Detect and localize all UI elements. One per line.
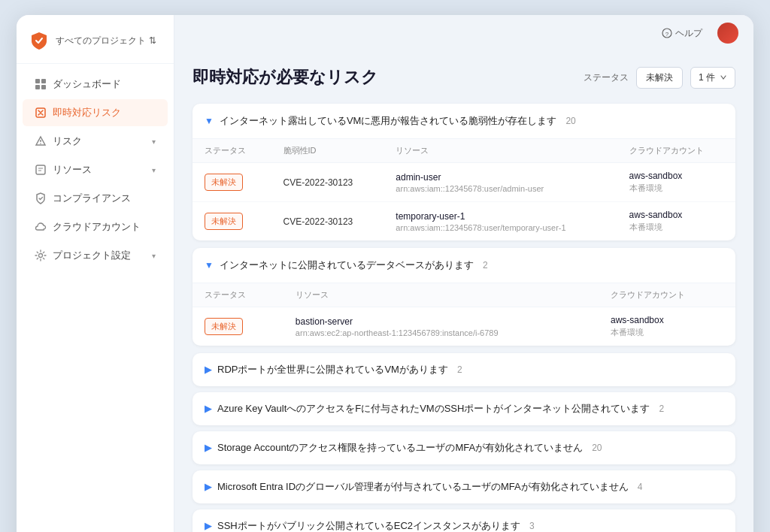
col-resource: リソース	[383, 139, 617, 163]
section-title: RDPポートが全世界に公開されているVMがあります	[217, 363, 448, 376]
sidebar-item-resource[interactable]: リソース ▾	[23, 156, 168, 183]
section-count: 4	[638, 482, 643, 492]
cloud-account-name: aws-sandbox	[611, 315, 723, 325]
section-title: Microsoft Entra IDのグローバル管理者が付与されているユーザのM…	[217, 480, 629, 494]
section-count: 2	[457, 364, 462, 375]
sidebar-item-label: クラウドアカウント	[53, 220, 141, 234]
row-resource: bastion-server arn:aws:ec2:ap-northeast-…	[283, 307, 599, 346]
risk-section-azure-keyvault-ssh[interactable]: ▶ Azure Key VaultへのアクセスをFに付与されたVMのSSHポート…	[192, 392, 735, 425]
sidebar-item-compliance[interactable]: コンプライアンス	[23, 185, 168, 212]
app-window: すべてのプロジェクト ⇅ ダッシュボード 即時対応リスク	[17, 15, 753, 532]
section-title: インターネット露出しているVMに悪用が報告されている脆弱性が存在します	[220, 114, 557, 128]
risk-section-header[interactable]: ▼ インターネットに公開されているデータベースがあります 2	[192, 248, 735, 283]
row-resource: temporary-user-1 arn:aws:iam::12345678:u…	[383, 202, 617, 241]
risk-section-vm-vulnerability: ▼ インターネット露出しているVMに悪用が報告されている脆弱性が存在します 20…	[192, 104, 735, 240]
table-row[interactable]: 未解決 bastion-server arn:aws:ec2:ap-northe…	[192, 307, 735, 346]
risk-icon	[35, 135, 47, 147]
svg-rect-2	[35, 85, 40, 89]
sidebar-item-project-settings[interactable]: プロジェクト設定 ▾	[23, 242, 168, 269]
cloud-account-env: 本番環境	[629, 183, 723, 194]
sidebar-item-label: コンプライアンス	[53, 192, 131, 205]
svg-point-6	[40, 143, 41, 144]
risk-section-rdp[interactable]: ▶ RDPポートが全世界に公開されているVMがあります 2	[192, 353, 735, 386]
sidebar-item-dashboard[interactable]: ダッシュボード	[23, 71, 168, 98]
main-content: ? ヘルプ 即時対応が必要なリスク ステータス 未解決 1 件	[174, 15, 753, 532]
section-toggle-icon: ▶	[205, 443, 211, 453]
section-toggle-icon: ▶	[205, 404, 211, 414]
sidebar-logo: すべてのプロジェクト ⇅	[17, 27, 174, 64]
row-vuln-id: CVE-2022-30123	[271, 202, 384, 241]
cloud-account-name: aws-sandbox	[629, 171, 723, 181]
row-resource: admin-user arn:aws:iam::12345678:user/ad…	[383, 163, 617, 202]
count-badge[interactable]: 1 件	[690, 67, 735, 89]
project-selector[interactable]: すべてのプロジェクト ⇅	[56, 35, 156, 47]
db-public-table: ステータス リソース クラウドアカウント 未解決 bastion-server	[192, 283, 735, 346]
resource-name: bastion-server	[296, 316, 587, 327]
sidebar-item-label: リソース	[53, 163, 92, 177]
risk-section-entra-mfa[interactable]: ▶ Microsoft Entra IDのグローバル管理者が付与されているユーザ…	[192, 470, 735, 503]
chevron-down-icon: ▾	[152, 138, 156, 146]
section-count: 2	[483, 260, 488, 271]
svg-text:?: ?	[665, 31, 669, 38]
table-row[interactable]: 未解決 CVE-2022-30123 admin-user arn:aws:ia…	[192, 163, 735, 202]
status-label: ステータス	[584, 71, 629, 84]
table-row[interactable]: 未解決 CVE-2022-30123 temporary-user-1 arn:…	[192, 202, 735, 241]
col-resource: リソース	[283, 283, 599, 307]
row-status: 未解決	[192, 163, 271, 202]
section-title: SSHポートがパブリック公開されているEC2インスタンスがあります	[217, 519, 520, 532]
row-cloud-account: aws-sandbox 本番環境	[599, 307, 735, 346]
cloud-account-name: aws-sandbox	[629, 210, 723, 220]
sidebar-item-label: ダッシュボード	[53, 77, 121, 91]
grid-icon	[35, 78, 47, 90]
resource-name: temporary-user-1	[396, 211, 605, 222]
user-avatar[interactable]	[717, 23, 738, 44]
svg-point-10	[39, 254, 43, 258]
col-status: ステータス	[192, 139, 271, 163]
section-toggle-icon: ▶	[205, 521, 211, 531]
cloud-account-env: 本番環境	[611, 327, 723, 338]
status-badge: 未解決	[205, 318, 243, 335]
svg-rect-0	[35, 79, 40, 83]
status-badge: 未解決	[205, 174, 243, 191]
section-toggle-icon: ▶	[205, 364, 211, 375]
status-badge: 未解決	[205, 213, 243, 230]
status-select[interactable]: 未解決	[636, 67, 683, 89]
sidebar-item-label: リスク	[53, 135, 82, 148]
vm-vulnerability-table: ステータス 脆弱性ID リソース クラウドアカウント 未解決 CVE-2022-…	[192, 138, 735, 240]
resource-arn: arn:aws:iam::12345678:user/temporary-use…	[396, 223, 605, 232]
section-toggle-icon: ▼	[205, 116, 214, 126]
cloud-account-env: 本番環境	[629, 222, 723, 233]
sidebar-item-risk[interactable]: リスク ▾	[23, 128, 168, 155]
row-cloud-account: aws-sandbox 本番環境	[617, 202, 735, 241]
alert-icon	[35, 107, 47, 119]
row-status: 未解決	[192, 307, 283, 346]
svg-rect-3	[41, 85, 46, 89]
help-button[interactable]: ? ヘルプ	[656, 24, 708, 43]
sidebar-item-immediate-risk[interactable]: 即時対応リスク	[23, 99, 168, 126]
resource-name: admin-user	[396, 172, 605, 183]
section-title: インターネットに公開されているデータベースがあります	[220, 258, 474, 272]
page-header: 即時対応が必要なリスク ステータス 未解決 1 件	[192, 66, 735, 89]
section-toggle-icon: ▶	[205, 482, 211, 492]
help-label: ヘルプ	[675, 27, 702, 40]
risk-section-ssh-public[interactable]: ▶ SSHポートがパブリック公開されているEC2インスタンスがあります 3	[192, 509, 735, 532]
row-status: 未解決	[192, 202, 271, 241]
chevron-down-icon: ▾	[152, 166, 156, 174]
cloud-icon	[35, 221, 47, 233]
page-title: 即時対応が必要なリスク	[192, 66, 378, 89]
section-title: Storage Accountのアクセス権限を持っているユーザのMFAが有効化さ…	[217, 441, 583, 455]
topbar: ? ヘルプ	[174, 15, 753, 51]
section-count: 2	[659, 404, 664, 414]
col-cloud-account: クラウドアカウント	[617, 139, 735, 163]
section-title: Azure Key VaultへのアクセスをFに付与されたVMのSSHポートがイ…	[217, 402, 650, 416]
row-vuln-id: CVE-2022-30123	[271, 163, 384, 202]
resource-arn: arn:aws:ec2:ap-northeast-1:123456789:ins…	[296, 328, 587, 337]
section-toggle-icon: ▼	[205, 260, 214, 271]
sidebar-item-cloud-account[interactable]: クラウドアカウント	[23, 213, 168, 240]
risk-section-storage-mfa[interactable]: ▶ Storage Accountのアクセス権限を持っているユーザのMFAが有効…	[192, 431, 735, 464]
resource-arn: arn:aws:iam::12345678:user/admin-user	[396, 184, 605, 193]
col-status: ステータス	[192, 283, 283, 307]
risk-section-header[interactable]: ▼ インターネット露出しているVMに悪用が報告されている脆弱性が存在します 20	[192, 104, 735, 138]
count-value: 1 件	[699, 71, 715, 84]
sidebar-item-label: プロジェクト設定	[53, 249, 131, 262]
